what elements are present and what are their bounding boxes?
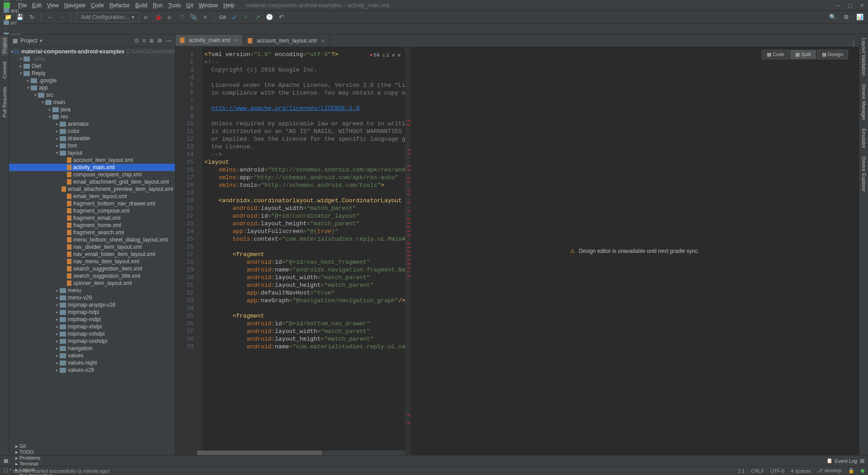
tree-item[interactable]: ▸values-v29 <box>9 366 175 374</box>
menu-window[interactable]: Window <box>196 1 221 10</box>
tree-item[interactable]: ▸mipmap-xhdpi <box>9 323 175 330</box>
tree-item[interactable]: ▸drawable <box>9 135 175 142</box>
tree-item[interactable]: compose_recipient_chip.xml <box>9 171 175 178</box>
event-log-button[interactable]: 📋 Event Log <box>826 458 857 464</box>
background-tasks-indicator[interactable] <box>861 469 864 473</box>
bottom-tab-terminal[interactable]: ▸ Terminal <box>15 461 52 467</box>
project-panel-title[interactable]: Project <box>20 38 37 44</box>
tree-item[interactable]: ▸menu <box>9 287 175 294</box>
tree-root[interactable]: ▾material-components-android-examplesC:\… <box>9 48 175 55</box>
dropdown-icon[interactable]: ▾ <box>40 38 42 44</box>
layout-inspector-icon[interactable]: ▤ <box>860 458 864 464</box>
editor-tabs-more-icon[interactable]: ⋮ <box>851 40 856 47</box>
line-separator[interactable]: CRLF <box>751 468 764 474</box>
tree-item[interactable]: ▾layout <box>9 149 175 157</box>
tree-item[interactable]: ▸java <box>9 106 175 113</box>
tree-item[interactable]: ▸values <box>9 352 175 359</box>
tool-window-toggle-icon[interactable]: ▦ <box>4 458 8 464</box>
collapse-all-icon[interactable]: ≣ <box>149 38 154 44</box>
tree-item[interactable]: ▸mipmap-hdpi <box>9 309 175 316</box>
git-rollback-icon[interactable]: ↶ <box>277 13 286 22</box>
caret-position[interactable]: 1:1 <box>738 468 745 474</box>
view-mode-code[interactable]: ▦ Code <box>762 50 789 59</box>
tree-item[interactable]: ▸mipmap-anydpi-v26 <box>9 301 175 309</box>
editor-tab[interactable]: account_item_layout.xml✕ <box>243 35 330 47</box>
git-commit-icon[interactable]: ✓ <box>241 13 250 22</box>
tree-item[interactable]: ▾app <box>9 84 175 91</box>
settings-icon[interactable]: ⚙ <box>842 13 851 22</box>
bottom-tab-todo[interactable]: ▸ TODO <box>15 449 52 455</box>
tree-item[interactable]: ▾.idea <box>9 55 175 62</box>
tree-item[interactable]: account_item_layout.xml <box>9 157 175 164</box>
right-tab-device manager[interactable]: Device Manager <box>860 82 868 122</box>
view-mode-split[interactable]: ▦ Split <box>790 50 816 59</box>
tree-item[interactable]: ▾res <box>9 113 175 120</box>
git-history-icon[interactable]: 🕐 <box>265 13 274 22</box>
attach-icon[interactable]: 📎 <box>189 13 198 22</box>
tree-item[interactable]: ▾src <box>9 91 175 99</box>
horizontal-scrollbar[interactable] <box>197 451 405 455</box>
menu-run[interactable]: Run <box>150 1 165 10</box>
minimize-icon[interactable]: — <box>835 2 840 9</box>
tree-item[interactable]: nav_menu_item_layout.xml <box>9 258 175 265</box>
tree-item[interactable]: ▸mipmap-xxxhdpi <box>9 337 175 345</box>
select-opened-file-icon[interactable]: ⊙ <box>134 38 139 44</box>
tree-item[interactable]: fragment_compose.xml <box>9 207 175 214</box>
git-branch[interactable]: ⎇ develop <box>817 468 842 474</box>
next-highlight-icon[interactable]: v <box>397 52 401 59</box>
maximize-icon[interactable]: ▢ <box>848 2 853 9</box>
left-tab-commit[interactable]: Commit <box>1 60 8 81</box>
menu-git[interactable]: Git <box>184 1 196 10</box>
bottom-tab-problems[interactable]: ▸ Problems <box>15 455 52 461</box>
tree-item[interactable]: ▸font <box>9 142 175 149</box>
tree-item[interactable]: ▸.google <box>9 77 175 84</box>
stop-icon[interactable]: ■ <box>201 13 210 22</box>
close-tab-icon[interactable]: ✕ <box>321 38 325 43</box>
code-editor[interactable]: 1234567891011121314151617181920212223242… <box>175 47 410 455</box>
menu-help[interactable]: Help <box>221 1 237 10</box>
right-tab-device explorer[interactable]: Device Explorer <box>860 155 868 194</box>
menu-build[interactable]: Build <box>132 1 150 10</box>
tree-item[interactable]: ▾Reply <box>9 70 175 77</box>
tree-item[interactable]: ▸Owl <box>9 62 175 70</box>
tree-item[interactable]: ▾main <box>9 99 175 106</box>
settings-gear-icon[interactable]: ⚙ <box>157 38 162 44</box>
tree-item[interactable]: ▸menu-v29 <box>9 294 175 301</box>
tree-item[interactable]: ▸color <box>9 128 175 135</box>
right-tab-layout validation[interactable]: Layout Validation <box>860 36 868 78</box>
tree-item[interactable]: ▸animator <box>9 120 175 128</box>
tree-item[interactable]: nav_divider_item_layout.xml <box>9 243 175 251</box>
expand-all-icon[interactable]: ≡ <box>142 38 146 44</box>
project-tree[interactable]: ▾material-components-android-examplesC:\… <box>9 47 175 455</box>
close-icon[interactable]: ✕ <box>860 2 864 9</box>
close-tab-icon[interactable]: ✕ <box>235 38 238 43</box>
file-encoding[interactable]: UTF-8 <box>770 468 784 474</box>
search-icon[interactable]: 🔍 <box>828 13 837 22</box>
prev-highlight-icon[interactable]: ʌ <box>392 52 395 59</box>
tree-item[interactable]: fragment_home.xml <box>9 222 175 229</box>
left-tab-pull requests[interactable]: Pull Requests <box>1 85 8 119</box>
tree-item[interactable]: fragment_search.xml <box>9 229 175 236</box>
breadcrumb-item[interactable]: Reply <box>4 0 98 1</box>
minimize-panel-icon[interactable]: — <box>166 38 171 44</box>
debug-icon[interactable]: 🐞 <box>154 13 163 22</box>
indent-settings[interactable]: 4 spaces <box>791 468 811 474</box>
profile-icon[interactable]: ⏱ <box>177 13 186 22</box>
right-tab-emulator[interactable]: Emulator <box>860 127 868 150</box>
breadcrumb-item[interactable]: src <box>4 20 98 25</box>
tree-item[interactable]: email_attachment_preview_item_layout.xml <box>9 185 175 193</box>
tree-item[interactable]: menu_bottom_sheet_dialog_layout.xml <box>9 236 175 243</box>
readonly-lock-icon[interactable]: 🔒 <box>848 468 854 474</box>
tree-item[interactable]: search_suggestion_item.xml <box>9 265 175 272</box>
tree-item[interactable]: search_suggestion_title.xml <box>9 272 175 280</box>
git-push-icon[interactable]: ↗ <box>253 13 262 22</box>
tree-item[interactable]: activity_main.xml <box>9 164 175 171</box>
view-mode-design[interactable]: ▦ Design <box>817 50 848 59</box>
coverage-icon[interactable]: ▶ <box>165 13 175 22</box>
editor-tab[interactable]: activity_main.xml✕ <box>175 35 243 47</box>
inspection-widget[interactable]: ●59 ⚠1 ʌ v <box>368 51 402 60</box>
left-tab-project[interactable]: Project <box>1 36 8 55</box>
tree-item[interactable]: fragment_email.xml <box>9 214 175 222</box>
menu-tools[interactable]: Tools <box>165 1 184 10</box>
tree-item[interactable]: fragment_bottom_nav_drawer.xml <box>9 200 175 207</box>
